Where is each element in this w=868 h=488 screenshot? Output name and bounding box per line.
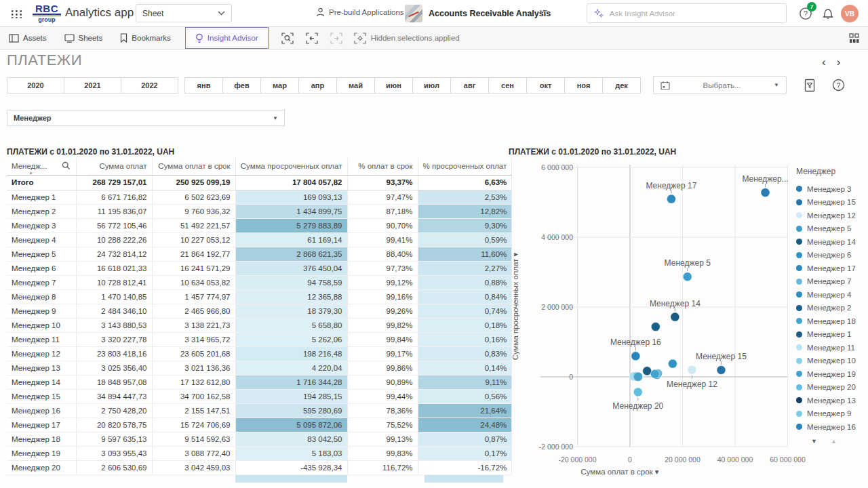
- manager-cell[interactable]: Менеджер 13: [7, 361, 76, 375]
- month-button-май[interactable]: май: [336, 77, 375, 94]
- sheet-help-button[interactable]: ?: [832, 79, 845, 94]
- month-button-дек[interactable]: дек: [602, 77, 641, 94]
- data-point-Менеджер 12[interactable]: [688, 365, 696, 374]
- column-header-4[interactable]: % оплат в срок: [347, 158, 418, 175]
- y-axis-title[interactable]: Сумма просроченных оплат ▾: [511, 252, 519, 360]
- manager-dimension-dropdown[interactable]: Менеджер ▼: [7, 110, 285, 126]
- step-back-button[interactable]: [300, 27, 324, 49]
- manager-cell[interactable]: Менеджер 6: [7, 261, 76, 275]
- manager-cell[interactable]: Менеджер 8: [7, 289, 76, 304]
- manager-cell[interactable]: Менеджер 16: [7, 403, 76, 418]
- manager-cell[interactable]: Менеджер 19: [7, 446, 76, 460]
- manager-cell[interactable]: Менеджер 5: [7, 247, 76, 261]
- manager-cell[interactable]: Менеджер 4: [7, 232, 76, 247]
- manager-cell[interactable]: Менеджер 12: [7, 346, 76, 361]
- month-button-апр[interactable]: апр: [298, 77, 337, 94]
- legend-scroll-up-icon[interactable]: ▲: [831, 438, 837, 445]
- selections-tool-button[interactable]: [804, 79, 816, 95]
- month-button-сен[interactable]: сен: [488, 77, 527, 94]
- date-picker[interactable]: Выбрать... ▼: [653, 76, 787, 94]
- data-point-Менеджер 2[interactable]: [651, 323, 660, 331]
- column-header-1[interactable]: Сумма оплат: [76, 158, 152, 175]
- month-button-июн[interactable]: июн: [374, 77, 413, 94]
- legend-item-Менеджер 6[interactable]: Менеджер 6: [796, 249, 865, 262]
- sheet-grid-toggle[interactable]: [849, 27, 860, 49]
- column-header-2[interactable]: Сумма оплат в срок: [152, 158, 235, 175]
- legend-item-Менеджер 12[interactable]: Менеджер 12: [796, 209, 865, 222]
- column-header-5[interactable]: % просроченных оплат: [418, 158, 512, 175]
- insight-advisor-search[interactable]: [587, 3, 787, 23]
- manager-cell[interactable]: Менеджер 11: [7, 332, 76, 346]
- selections-search-button[interactable]: [275, 27, 300, 49]
- data-point-Менеджер 16[interactable]: [631, 352, 640, 361]
- data-point-Менеджер 14[interactable]: [671, 312, 679, 321]
- legend-item-Менеджер 2[interactable]: Менеджер 2: [796, 302, 865, 315]
- year-button-2021[interactable]: 2021: [64, 77, 121, 94]
- manager-cell[interactable]: Менеджер 10: [7, 318, 76, 332]
- legend-item-Менеджер 11[interactable]: Менеджер 11: [796, 341, 865, 354]
- month-button-фев[interactable]: фев: [222, 77, 261, 94]
- legend-item-Менеджер 10[interactable]: Менеджер 10: [796, 354, 865, 368]
- legend-item-Менеджер 15[interactable]: Менеджер 15: [796, 196, 865, 209]
- x-axis-title[interactable]: Сумма оплат в срок ▾: [580, 468, 658, 476]
- legend-item-Менеджер 4[interactable]: Менеджер 4: [796, 288, 865, 302]
- data-point-Менеджер 19[interactable]: [633, 372, 642, 381]
- data-point-Менеджер 15[interactable]: [717, 365, 726, 374]
- search-icon[interactable]: [62, 161, 71, 170]
- bookmarks-button[interactable]: Bookmarks: [111, 27, 180, 49]
- sheets-button[interactable]: Sheets: [56, 27, 112, 49]
- manager-cell[interactable]: Менеджер 7: [7, 275, 76, 289]
- legend-item-Менеджер 7[interactable]: Менеджер 7: [796, 275, 865, 289]
- sheet-selector-dropdown[interactable]: Sheet: [136, 4, 232, 22]
- manager-cell[interactable]: Менеджер 2: [7, 204, 76, 218]
- data-point-Менеджер 5[interactable]: [683, 272, 692, 281]
- data-point-Менеджер 3[interactable]: [761, 188, 770, 197]
- month-button-мар[interactable]: мар: [260, 77, 299, 94]
- legend-item-Менеджер 1[interactable]: Менеджер 1: [796, 328, 865, 342]
- legend-item-Менеджер 19[interactable]: Менеджер 19: [796, 367, 865, 381]
- manager-cell[interactable]: Менеджер 3: [7, 218, 76, 232]
- month-button-окт[interactable]: окт: [526, 77, 565, 94]
- notifications-button[interactable]: [822, 7, 834, 22]
- legend-item-Менеджер 9[interactable]: Менеджер 9: [796, 407, 865, 421]
- selections-gear-icon[interactable]: [354, 33, 366, 44]
- help-button[interactable]: ? 7: [799, 7, 814, 22]
- search-input[interactable]: [610, 9, 779, 18]
- data-point-Менеджер 1[interactable]: [643, 367, 652, 375]
- app-menu-icon[interactable]: [9, 9, 22, 18]
- month-button-ноя[interactable]: ноя: [564, 77, 603, 94]
- legend-item-Менеджер 16[interactable]: Менеджер 16: [796, 420, 865, 434]
- column-header-0[interactable]: Менедж...▲: [7, 158, 76, 175]
- data-point-Менеджер 17[interactable]: [667, 195, 675, 203]
- legend-scroll-down-icon[interactable]: ▼: [811, 438, 817, 445]
- legend-item-Менеджер 13[interactable]: Менеджер 13: [796, 394, 865, 407]
- insight-advisor-button[interactable]: Insight Advisor: [185, 27, 269, 49]
- assets-button[interactable]: Assets: [0, 27, 56, 49]
- data-point-Менеджер 18[interactable]: [650, 369, 659, 378]
- legend-item-Менеджер 14[interactable]: Менеджер 14: [796, 235, 865, 249]
- next-sheet-button[interactable]: ›: [837, 56, 841, 69]
- more-options-button[interactable]: ⋯: [539, 5, 549, 16]
- legend-item-Менеджер 18[interactable]: Менеджер 18: [796, 314, 865, 328]
- month-button-янв[interactable]: янв: [184, 77, 223, 94]
- manager-cell[interactable]: Менеджер 20: [7, 460, 76, 474]
- manager-cell[interactable]: Менеджер 17: [7, 418, 76, 432]
- user-avatar[interactable]: VB: [841, 5, 859, 22]
- year-button-2020[interactable]: 2020: [7, 77, 64, 94]
- manager-cell[interactable]: Менеджер 14: [7, 375, 76, 389]
- column-header-3[interactable]: Сумма просроченных оплат: [235, 158, 347, 175]
- manager-cell[interactable]: Менеджер 18: [7, 432, 76, 446]
- manager-cell[interactable]: Менеджер 1: [7, 190, 76, 204]
- step-forward-button[interactable]: [324, 27, 349, 49]
- legend-item-Менеджер 3[interactable]: Менеджер 3: [796, 182, 865, 196]
- prebuild-applications-button[interactable]: Pre-build Applications: [316, 7, 404, 17]
- month-button-июл[interactable]: июл: [412, 77, 451, 94]
- year-button-2022[interactable]: 2022: [121, 77, 178, 94]
- prev-sheet-button[interactable]: ‹: [822, 56, 826, 69]
- manager-cell[interactable]: Менеджер 15: [7, 389, 76, 403]
- data-point-Менеджер 20[interactable]: [633, 388, 642, 396]
- month-button-авг[interactable]: авг: [450, 77, 489, 94]
- legend-item-Менеджер 17[interactable]: Менеджер 17: [796, 262, 865, 275]
- legend-item-Менеджер 20[interactable]: Менеджер 20: [796, 381, 865, 394]
- manager-cell[interactable]: Менеджер 9: [7, 304, 76, 318]
